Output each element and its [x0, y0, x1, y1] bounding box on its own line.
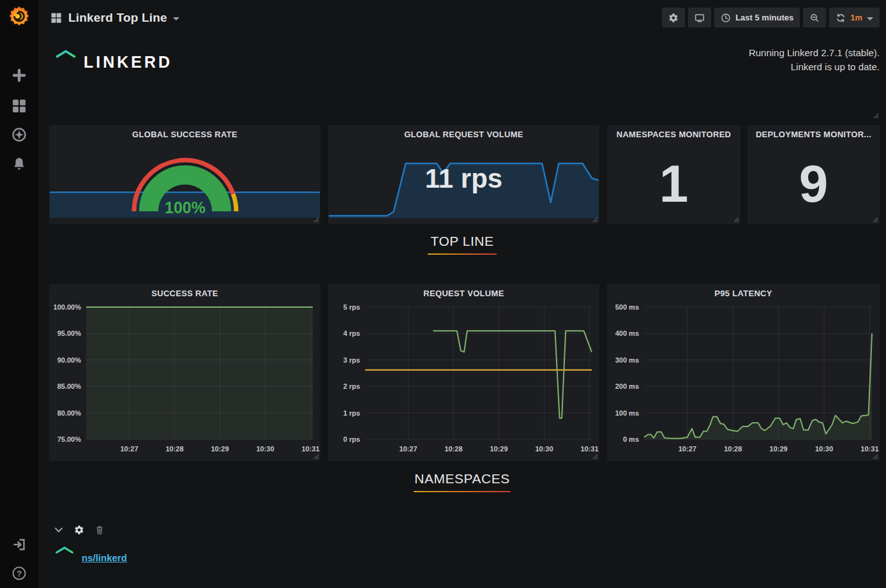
panel-edit-controls	[54, 525, 105, 535]
svg-text:10:31: 10:31	[301, 445, 319, 453]
sign-in-icon[interactable]	[11, 537, 27, 552]
svg-text:10:28: 10:28	[444, 445, 462, 453]
svg-text:10:31: 10:31	[860, 445, 878, 453]
gear-icon[interactable]	[74, 525, 84, 535]
svg-text:10:27: 10:27	[679, 445, 696, 453]
section-title: TOP LINE	[38, 234, 886, 249]
namespace-link[interactable]: ns/linkerd	[82, 552, 127, 563]
status-line-1: Running Linkerd 2.7.1 (stable).	[749, 46, 880, 60]
dashboard-main: Linkerd Top Line Last 5 minutes	[38, 0, 886, 588]
stat-value: 11 rps	[328, 163, 599, 194]
panel-global-success-rate: GLOBAL SUCCESS RATE 100%	[49, 125, 320, 224]
refresh-button[interactable]: 1m	[829, 8, 880, 27]
stat-value: 9	[747, 153, 880, 214]
sidebar: ?	[0, 0, 38, 588]
section-underline	[428, 253, 497, 255]
svg-text:200 ms: 200 ms	[615, 382, 639, 390]
resize-handle[interactable]	[733, 217, 739, 223]
gauge-value: 100%	[165, 199, 206, 216]
linkerd-logo-icon	[52, 47, 79, 77]
svg-text:95.00%: 95.00%	[57, 329, 82, 337]
linkerd-logo-icon	[52, 544, 77, 571]
p95-latency-chart[interactable]: 500 ms400 ms300 ms200 ms100 ms0 ms10:271…	[607, 301, 880, 458]
success-rate-chart[interactable]: 100.00%95.00%90.00%85.00%80.00%75.00%10:…	[49, 301, 320, 458]
namespace-panel: ns/linkerd	[52, 544, 127, 571]
panel-request-volume: REQUEST VOLUME 5 rps4 rps3 rps2 rps1 rps…	[328, 284, 599, 461]
panel-title[interactable]: P95 LATENCY	[607, 284, 880, 298]
svg-text:10:29: 10:29	[211, 445, 229, 453]
svg-text:500 ms: 500 ms	[615, 303, 639, 311]
help-icon[interactable]: ?	[11, 566, 27, 581]
panel-title[interactable]: SUCCESS RATE	[49, 284, 320, 298]
trash-icon[interactable]	[94, 525, 105, 535]
resize-handle[interactable]	[313, 454, 319, 460]
dashboard-title-menu[interactable]: Linkerd Top Line	[50, 11, 179, 25]
dashboards-grid-icon[interactable]	[11, 98, 27, 114]
svg-text:?: ?	[17, 569, 22, 578]
svg-text:10:30: 10:30	[535, 445, 553, 453]
svg-text:10:30: 10:30	[815, 445, 833, 453]
stat-value: 1	[607, 153, 740, 214]
section-namespaces: NAMESPACES	[38, 471, 886, 492]
panel-title[interactable]: GLOBAL SUCCESS RATE	[49, 125, 320, 139]
gear-icon	[668, 13, 679, 23]
zoom-out-button[interactable]	[803, 8, 826, 27]
clock-icon	[721, 13, 731, 23]
refresh-interval-label: 1m	[850, 13, 862, 22]
svg-text:0 rps: 0 rps	[343, 435, 360, 443]
resize-handle[interactable]	[873, 217, 878, 223]
svg-text:1 rps: 1 rps	[343, 409, 360, 417]
caret-down-icon	[173, 17, 179, 20]
panel-namespaces-monitored: NAMESPACES MONITORED 1	[607, 125, 740, 224]
resize-handle[interactable]	[592, 217, 598, 223]
explore-compass-icon[interactable]	[11, 127, 27, 142]
svg-text:3 rps: 3 rps	[343, 356, 360, 364]
request-volume-chart[interactable]: 5 rps4 rps3 rps2 rps1 rps0 rps10:2710:28…	[328, 301, 599, 458]
svg-text:90.00%: 90.00%	[57, 356, 82, 364]
svg-text:10:27: 10:27	[399, 445, 417, 453]
svg-text:10:27: 10:27	[120, 445, 138, 453]
settings-button[interactable]	[662, 8, 685, 27]
chevron-down-icon[interactable]	[54, 525, 64, 535]
svg-text:2 rps: 2 rps	[343, 382, 360, 390]
svg-text:10:28: 10:28	[724, 445, 742, 453]
panel-title[interactable]: GLOBAL REQUEST VOLUME	[328, 125, 599, 139]
cycle-view-button[interactable]	[688, 8, 711, 27]
section-top-line: TOP LINE	[38, 234, 886, 255]
gauge-threshold-orange	[233, 194, 236, 211]
resize-handle[interactable]	[873, 110, 879, 121]
svg-text:10:31: 10:31	[580, 445, 598, 453]
alerting-bell-icon[interactable]	[11, 156, 27, 172]
svg-text:100 ms: 100 ms	[615, 409, 639, 417]
resize-handle[interactable]	[873, 454, 878, 460]
refresh-icon	[836, 13, 846, 23]
tv-monitor-icon	[695, 13, 705, 23]
time-range-label: Last 5 minutes	[735, 13, 793, 22]
panel-global-request-volume: GLOBAL REQUEST VOLUME 11 rps	[328, 125, 599, 224]
svg-text:5 rps: 5 rps	[343, 303, 360, 311]
svg-text:80.00%: 80.00%	[57, 409, 82, 417]
grafana-logo[interactable]	[7, 4, 31, 29]
svg-text:4 rps: 4 rps	[343, 329, 360, 337]
zoom-out-icon	[809, 13, 820, 23]
svg-text:400 ms: 400 ms	[615, 329, 639, 337]
time-range-button[interactable]: Last 5 minutes	[714, 8, 800, 27]
panel-p95-latency: P95 LATENCY 500 ms400 ms300 ms200 ms100 …	[607, 284, 880, 461]
panel-success-rate: SUCCESS RATE 100.00%95.00%90.00%85.00%80…	[49, 284, 320, 461]
panel-title[interactable]: DEPLOYMENTS MONITOR...	[747, 125, 880, 139]
create-plus-icon[interactable]	[11, 68, 27, 83]
dashboard-grid-icon	[50, 11, 63, 24]
panel-title[interactable]: NAMESPACES MONITORED	[607, 125, 740, 139]
resize-handle[interactable]	[592, 454, 598, 460]
section-underline	[414, 491, 511, 492]
svg-text:85.00%: 85.00%	[57, 382, 82, 390]
resize-handle[interactable]	[313, 217, 319, 223]
linkerd-brand: LINKERD	[52, 47, 172, 77]
svg-text:300 ms: 300 ms	[615, 356, 639, 364]
panel-title[interactable]: REQUEST VOLUME	[328, 284, 599, 298]
brand-text: LINKERD	[84, 53, 172, 72]
svg-text:75.00%: 75.00%	[57, 435, 82, 443]
svg-text:10:30: 10:30	[256, 445, 274, 453]
svg-text:100.00%: 100.00%	[54, 303, 82, 311]
dashboard-title: Linkerd Top Line	[68, 11, 167, 25]
